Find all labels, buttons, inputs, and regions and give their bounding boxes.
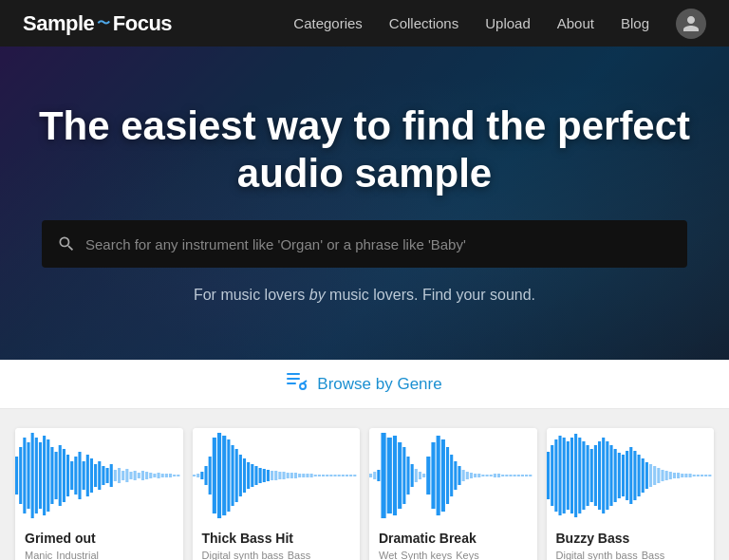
nav-about[interactable]: About: [557, 15, 594, 31]
svg-rect-155: [657, 468, 660, 483]
svg-rect-145: [617, 453, 620, 498]
svg-rect-76: [309, 474, 312, 477]
svg-rect-56: [231, 445, 234, 506]
nav-links: Categories Collections Upload About Blog: [293, 9, 706, 39]
svg-rect-106: [450, 455, 453, 496]
sample-card-3[interactable]: Dramatic Break Wet Synth keys Keys: [369, 428, 537, 560]
svg-rect-101: [426, 457, 430, 495]
svg-rect-110: [466, 472, 469, 479]
svg-rect-19: [70, 461, 73, 490]
svg-rect-24: [90, 458, 93, 493]
svg-rect-150: [637, 455, 640, 496]
svg-rect-71: [290, 473, 292, 478]
sample-title-4: Buzzy Bass: [556, 531, 705, 546]
svg-rect-11: [39, 442, 42, 509]
svg-rect-119: [501, 475, 504, 476]
sample-title-3: Dramatic Break: [379, 531, 528, 546]
logo-wave-icon: 〜: [97, 15, 110, 32]
svg-rect-75: [306, 474, 308, 477]
svg-rect-84: [341, 475, 344, 476]
svg-rect-114: [481, 475, 484, 476]
svg-rect-168: [708, 475, 711, 476]
tag: Synth keys: [401, 550, 452, 560]
waveform-2: [193, 428, 361, 523]
svg-rect-154: [653, 466, 656, 485]
svg-rect-0: [287, 373, 300, 375]
hero-content: The easiest way to find the perfect audi…: [0, 103, 729, 305]
svg-rect-42: [161, 474, 164, 477]
nav-categories[interactable]: Categories: [293, 15, 363, 31]
svg-rect-120: [505, 475, 508, 476]
svg-rect-23: [86, 455, 89, 496]
sample-tags-2: Digital synth bass Bass: [202, 550, 351, 560]
svg-rect-48: [196, 474, 199, 477]
svg-rect-21: [78, 452, 81, 499]
svg-rect-26: [98, 461, 101, 490]
svg-rect-127: [547, 452, 550, 499]
svg-rect-55: [227, 439, 230, 512]
browse-genre-link[interactable]: Browse by Genre: [317, 375, 441, 394]
sample-card-1[interactable]: Grimed out Manic Industrial: [15, 428, 183, 560]
svg-rect-132: [566, 441, 569, 510]
svg-rect-1: [287, 378, 300, 380]
svg-rect-22: [83, 461, 85, 490]
svg-rect-130: [558, 436, 561, 515]
svg-rect-35: [134, 471, 137, 480]
svg-line-4: [303, 381, 307, 383]
samples-grid: Grimed out Manic Industrial: [0, 409, 729, 560]
logo[interactable]: Sample〜Focus: [23, 11, 172, 36]
svg-rect-65: [266, 470, 269, 481]
sample-card-2[interactable]: Thick Bass Hit Digital synth bass Bass: [193, 428, 361, 560]
svg-rect-135: [578, 438, 581, 513]
svg-rect-126: [529, 475, 532, 476]
waveform-1: [15, 428, 183, 523]
waveform-3: [369, 428, 537, 523]
svg-rect-63: [258, 468, 261, 483]
svg-rect-79: [322, 475, 325, 476]
svg-rect-116: [490, 475, 493, 476]
svg-rect-34: [129, 472, 132, 479]
svg-rect-85: [345, 475, 347, 476]
svg-rect-143: [609, 445, 612, 506]
svg-rect-83: [337, 475, 340, 476]
svg-rect-5: [15, 457, 18, 495]
svg-rect-104: [441, 439, 445, 512]
svg-rect-115: [486, 475, 489, 476]
svg-rect-16: [59, 445, 62, 506]
svg-rect-134: [574, 434, 577, 517]
svg-rect-27: [102, 466, 104, 485]
svg-rect-147: [626, 451, 628, 500]
tag: Industrial: [56, 550, 99, 560]
svg-rect-165: [696, 475, 699, 476]
browse-genre-icon: [287, 373, 308, 395]
navbar: Sample〜Focus Categories Collections Uplo…: [0, 0, 729, 47]
nav-blog[interactable]: Blog: [621, 15, 649, 31]
svg-rect-73: [298, 474, 301, 477]
svg-rect-93: [393, 436, 397, 515]
svg-rect-100: [422, 474, 425, 477]
tag: Keys: [456, 550, 478, 560]
svg-rect-111: [470, 473, 473, 478]
sample-info-4: Buzzy Bass Digital synth bass Bass: [547, 523, 715, 560]
nav-upload[interactable]: Upload: [485, 15, 531, 31]
sample-tags-1: Manic Industrial: [25, 550, 174, 560]
svg-rect-31: [118, 468, 121, 483]
svg-rect-40: [153, 474, 156, 477]
search-input[interactable]: [85, 236, 672, 252]
nav-collections[interactable]: Collections: [389, 15, 458, 31]
svg-rect-72: [293, 473, 296, 478]
svg-rect-69: [282, 472, 285, 479]
search-bar[interactable]: [42, 220, 687, 268]
tag: Bass: [642, 550, 664, 560]
user-avatar[interactable]: [676, 9, 706, 39]
svg-rect-32: [122, 471, 124, 480]
svg-rect-53: [216, 433, 220, 518]
svg-rect-12: [43, 436, 46, 515]
svg-rect-124: [521, 475, 524, 476]
svg-rect-66: [271, 471, 273, 480]
svg-rect-117: [494, 474, 496, 477]
sample-card-4[interactable]: Buzzy Bass Digital synth bass Bass: [547, 428, 715, 560]
svg-rect-153: [648, 464, 651, 487]
svg-rect-123: [517, 475, 520, 476]
svg-rect-82: [333, 475, 336, 476]
